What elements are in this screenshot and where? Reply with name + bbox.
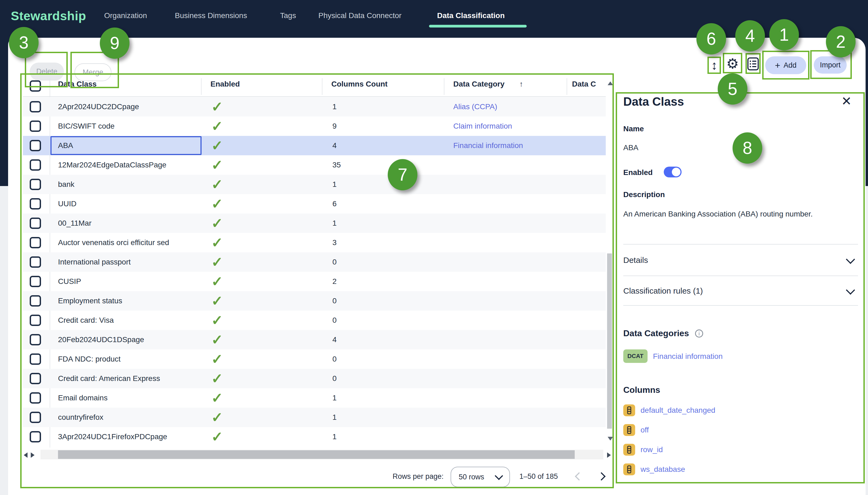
table-row[interactable]: 00_11Mar✓1	[23, 214, 606, 233]
tab-tags[interactable]: Tags	[280, 11, 296, 20]
row-checkbox[interactable]	[30, 373, 41, 384]
tab-data-classification[interactable]: Data Classification	[437, 11, 505, 20]
table-row[interactable]: 3Apr2024UDC1FirefoxPDCpage✓1	[23, 427, 606, 446]
row-checkbox[interactable]	[30, 431, 41, 442]
row-checkbox[interactable]	[30, 354, 41, 365]
column-link[interactable]: default_date_changed	[640, 406, 715, 415]
data-class-cell: Employment status	[58, 291, 122, 311]
merge-button[interactable]: Merge	[74, 63, 112, 81]
scroll-left-icon[interactable]	[24, 453, 28, 458]
table-row[interactable]: countryfirefox✓1	[23, 408, 606, 427]
row-checkbox[interactable]	[30, 179, 41, 190]
dcat-badge: DCAT	[623, 349, 648, 363]
gear-icon[interactable]: ⚙	[724, 55, 741, 72]
column-link[interactable]: ws_database	[640, 465, 685, 474]
table-row[interactable]: FDA NDC: product✓0	[23, 349, 606, 369]
data-category-link[interactable]: Financial information	[653, 352, 722, 361]
row-checkbox[interactable]	[30, 276, 41, 287]
column-link[interactable]: off	[640, 426, 649, 434]
annotation-circle-6: 6	[696, 23, 726, 54]
column-link[interactable]: row_id	[640, 445, 663, 454]
section-classification-rules[interactable]: Classification rules (1)	[623, 286, 703, 295]
data-class-cell: Email domains	[58, 388, 108, 408]
sort-asc-icon[interactable]: ↑	[519, 80, 523, 88]
row-checkbox[interactable]	[30, 314, 41, 326]
columns-count-cell: 1	[332, 408, 337, 427]
tab-physical-data-connector[interactable]: Physical Data Connector	[318, 11, 401, 20]
horizontal-scrollbar-thumb[interactable]	[58, 450, 575, 459]
table-row[interactable]: 20Feb2024UDC1DSpage✓4	[23, 330, 606, 349]
row-checkbox[interactable]	[30, 295, 41, 307]
enabled-check-icon: ✓	[211, 272, 223, 291]
data-class-cell: BIC/SWIFT code	[58, 117, 115, 136]
row-checkbox[interactable]	[30, 392, 41, 404]
table-row[interactable]: International passport✓0	[23, 252, 606, 272]
table-row[interactable]: Email domains✓1	[23, 388, 606, 408]
tab-organization[interactable]: Organization	[104, 11, 147, 20]
row-checkbox[interactable]	[30, 120, 41, 132]
columns-count-cell: 1	[332, 214, 337, 233]
col-header-clipped[interactable]: Data C	[572, 80, 606, 88]
columns-heading: Columns	[623, 385, 660, 395]
rows-per-page-select[interactable]: 50 rows	[451, 467, 510, 487]
chevron-down-icon	[495, 472, 503, 480]
table-row[interactable]: Employment status✓0	[23, 291, 606, 311]
table-row[interactable]: BIC/SWIFT code✓9Claim information	[23, 117, 606, 136]
columns-count-cell: 3	[332, 233, 337, 252]
enabled-check-icon: ✓	[211, 349, 223, 369]
columns-count-cell: 9	[332, 117, 337, 136]
table-row[interactable]: CUSIP✓2	[23, 272, 606, 291]
tab-business-dimensions[interactable]: Business Dimensions	[175, 11, 247, 20]
row-checkbox[interactable]	[30, 140, 41, 151]
vertical-scrollbar-thumb[interactable]	[607, 253, 612, 429]
close-icon[interactable]: ✕	[841, 94, 852, 108]
row-checkbox[interactable]	[30, 256, 41, 268]
row-checkbox[interactable]	[30, 218, 41, 229]
row-checkbox[interactable]	[30, 198, 41, 209]
columns-count-cell: 1	[332, 427, 337, 446]
enabled-check-icon: ✓	[211, 233, 223, 252]
table-row[interactable]: 12Mar2024EdgeDataClassPage✓35	[23, 155, 606, 175]
table-row[interactable]: Credit card: Visa✓0	[23, 311, 606, 330]
data-category-link[interactable]: Alias (CCPA)	[453, 97, 497, 117]
add-button[interactable]: + Add	[765, 56, 806, 74]
table-row[interactable]: UUID✓6	[23, 194, 606, 214]
scroll-down-icon[interactable]	[607, 437, 613, 441]
table-row[interactable]: 2Apr2024UDC2DCpage✓1Alias (CCPA)	[23, 97, 606, 117]
rows-per-page-label: Rows per page:	[393, 472, 444, 481]
pagination-range: 1–50 of 185	[519, 472, 558, 481]
annotation-circle-5: 5	[718, 73, 747, 105]
column-icon	[623, 424, 635, 436]
data-class-cell: 2Apr2024UDC2DCpage	[58, 97, 139, 117]
list-settings-icon[interactable]	[747, 57, 759, 71]
scroll-up-icon[interactable]	[607, 81, 613, 85]
col-header-data-category[interactable]: Data Category	[453, 80, 504, 88]
app-logo: Stewardship	[11, 8, 86, 23]
import-button[interactable]: Import	[814, 56, 847, 73]
columns-count-cell: 1	[332, 388, 337, 408]
table-row[interactable]: Credit card: American Express✓0	[23, 369, 606, 388]
data-class-cell: International passport	[58, 252, 131, 272]
section-details[interactable]: Details	[623, 256, 648, 265]
row-checkbox[interactable]	[30, 412, 41, 423]
table-row[interactable]: bank✓1	[23, 175, 606, 194]
col-header-columns-count[interactable]: Columns Count	[331, 80, 387, 88]
col-header-enabled[interactable]: Enabled	[211, 80, 240, 88]
scroll-right-icon[interactable]	[31, 453, 35, 458]
column-divider	[322, 78, 322, 95]
select-all-checkbox[interactable]	[30, 80, 41, 92]
row-height-icon[interactable]: ↕	[708, 57, 720, 73]
enabled-toggle[interactable]	[664, 167, 682, 177]
row-checkbox[interactable]	[30, 237, 41, 248]
scroll-right-end-icon[interactable]	[607, 453, 611, 458]
row-checkbox[interactable]	[30, 334, 41, 345]
row-checkbox[interactable]	[30, 101, 41, 113]
info-icon[interactable]: i	[695, 329, 703, 338]
data-class-cell: Credit card: American Express	[58, 369, 160, 388]
data-category-link[interactable]: Financial information	[453, 136, 523, 155]
delete-button[interactable]: Delete	[30, 63, 64, 81]
col-header-data-class[interactable]: Data Class	[58, 80, 97, 88]
row-checkbox[interactable]	[30, 159, 41, 171]
table-row[interactable]: Auctor venenatis orci efficitur sed✓3	[23, 233, 606, 252]
data-category-link[interactable]: Claim information	[453, 117, 512, 136]
